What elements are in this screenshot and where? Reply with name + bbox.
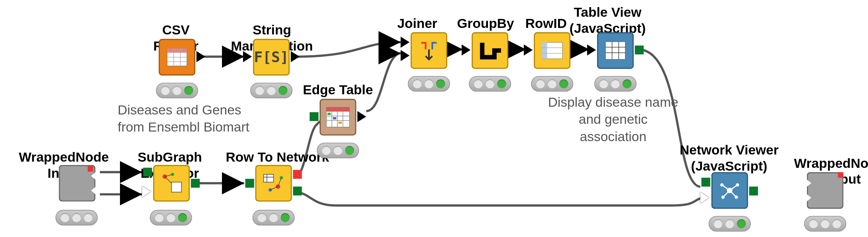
port-in-square [245, 179, 254, 188]
port-in-tri [524, 45, 533, 56]
port-in-tri-1 [401, 37, 409, 48]
port-in-square [143, 168, 152, 177]
node-rowid[interactable] [534, 32, 570, 69]
node-joiner[interactable] [411, 32, 447, 69]
port-in-square [310, 112, 319, 121]
traffic-network-viewer [709, 216, 751, 231]
node-desc-network-viewer: Display SubGraph [674, 234, 785, 237]
port-out-square [635, 46, 644, 55]
traffic-rowid [531, 76, 573, 91]
svg-rect-33 [328, 113, 331, 115]
svg-rect-7 [172, 182, 181, 192]
table-view-icon [606, 41, 625, 59]
svg-rect-35 [339, 122, 342, 124]
network-viewer-icon [719, 179, 741, 202]
svg-line-53 [730, 190, 736, 197]
svg-rect-21 [167, 49, 187, 53]
node-wrapped-output[interactable] [807, 172, 843, 209]
traffic-joiner [408, 76, 450, 91]
node-title-edge-table: Edge Table [302, 82, 374, 98]
rowid-icon [541, 42, 563, 59]
svg-rect-37 [541, 42, 547, 59]
svg-point-9 [171, 173, 174, 176]
svg-rect-34 [333, 117, 336, 119]
node-edge-table[interactable] [320, 99, 356, 136]
svg-rect-40 [606, 41, 625, 59]
node-title-table-view: Table View (JavaScript) [566, 4, 649, 36]
node-title-groupby: GroupBy [455, 16, 516, 32]
traffic-subgraph-extractor [150, 210, 192, 226]
node-network-viewer[interactable] [711, 172, 748, 209]
marker-icon [88, 166, 93, 172]
port-out-square [191, 179, 200, 188]
port-out-tri [448, 45, 457, 56]
edge-table-icon [327, 107, 350, 127]
marker-icon [838, 172, 843, 178]
groupby-icon [479, 39, 501, 62]
node-groupby[interactable] [472, 32, 508, 69]
traffic-wrapped-output [804, 216, 846, 231]
node-title-rowid: RowID [518, 16, 574, 32]
subgraph-icon [160, 172, 183, 195]
svg-line-11 [165, 177, 172, 183]
svg-rect-27 [327, 107, 350, 111]
traffic-string-manipulation [250, 83, 292, 98]
port-out-bottom [293, 186, 302, 196]
port-out-tri [291, 51, 300, 62]
port-in-tri [243, 51, 252, 62]
node-string-manipulation[interactable]: F[S] [253, 39, 289, 76]
svg-rect-12 [264, 174, 273, 182]
port-out-tri [571, 45, 581, 56]
node-subgraph-extractor[interactable] [153, 165, 190, 202]
port-out-tri [196, 51, 206, 62]
fs-icon: F[S] [254, 49, 289, 66]
node-csv-reader[interactable] [159, 39, 195, 76]
node-title-joiner: Joiner [390, 16, 445, 32]
svg-line-51 [730, 185, 738, 190]
svg-point-16 [280, 176, 283, 179]
traffic-row-to-network [252, 210, 294, 226]
port-out-tri [509, 45, 518, 56]
port-in-tri [462, 45, 471, 56]
node-desc-table-view: Display disease name and genetic associa… [544, 93, 683, 145]
svg-line-52 [723, 190, 730, 197]
traffic-groupby [469, 76, 511, 91]
port-out-tri [358, 111, 366, 122]
svg-line-50 [722, 185, 730, 190]
csv-icon [167, 49, 187, 66]
port-in-sq [702, 178, 711, 187]
port-out-sq [749, 186, 758, 196]
node-row-to-network[interactable] [255, 165, 292, 202]
port-in-tri [142, 186, 151, 197]
port-in-tri-2 [401, 50, 409, 61]
node-title-network-viewer: Network Viewer (JavaScript) [679, 142, 779, 174]
joiner-icon [418, 39, 440, 62]
node-table-view[interactable] [597, 32, 633, 69]
node-wrapped-input[interactable] [59, 165, 95, 202]
traffic-wrapped-input [56, 210, 98, 226]
node-desc-csv-reader: Diseases and Genes from Ensembl Biomart [118, 101, 261, 136]
traffic-table-view [594, 76, 637, 91]
port-in-tri [587, 45, 596, 56]
row-to-network-icon [262, 172, 285, 195]
port-out-top [293, 170, 302, 179]
node-title-row-to-network: Row To Network [222, 150, 333, 166]
port-in-tri [700, 192, 709, 203]
workflow-canvas[interactable]: WrappedNode Input SubGraph Extractor Row… [0, 0, 868, 237]
traffic-edge-table [317, 143, 359, 158]
traffic-csv-reader [156, 83, 198, 98]
